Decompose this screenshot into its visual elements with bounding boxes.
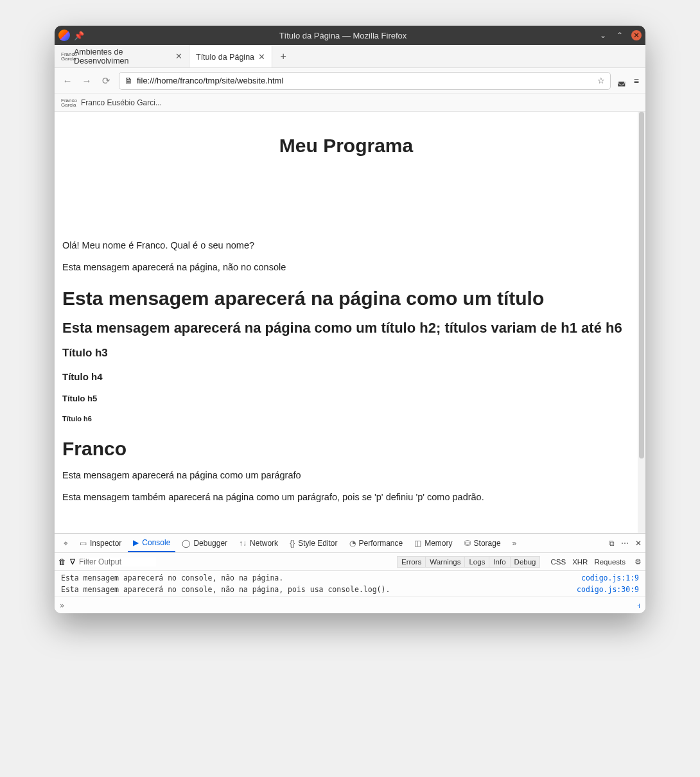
heading-h1: Esta mensagem aparecerá na página como u…	[62, 288, 630, 310]
chip-xhr[interactable]: XHR	[572, 558, 588, 566]
back-button[interactable]: ←	[61, 75, 74, 86]
devtools-tabs: ⌖ ▭Inspector ▶Console ◯Debugger ↑↓Networ…	[55, 534, 645, 553]
network-icon: ↑↓	[239, 539, 247, 548]
log-row: Esta mensagem aparecerá no console, não …	[61, 584, 639, 595]
memory-icon: ◫	[414, 539, 421, 548]
chip-requests[interactable]: Requests	[594, 558, 626, 566]
devtools-close-icon[interactable]: ✕	[635, 539, 642, 548]
console-input-row[interactable]: » ⫞	[55, 597, 645, 613]
firefox-icon	[58, 30, 70, 41]
tab-network[interactable]: ↑↓Network	[234, 534, 283, 552]
page-icon: 🗎	[125, 76, 133, 85]
inspector-icon: ▭	[80, 539, 87, 548]
close-button[interactable]: ✕	[631, 30, 642, 40]
close-icon[interactable]: ✕	[258, 52, 265, 62]
close-icon[interactable]: ✕	[175, 51, 182, 61]
page-title: Meu Programa	[62, 135, 630, 157]
tab-bar: FrancoGarcia Ambientes de Desenvolvimen …	[55, 45, 645, 68]
chevron-right-icon: »	[512, 539, 517, 548]
split-console-icon[interactable]: ⫞	[636, 601, 640, 610]
minimize-button[interactable]: ⌄	[598, 30, 608, 40]
chip-errors[interactable]: Errors	[397, 556, 426, 568]
log-message: Esta mensagem aparecerá no console, não …	[61, 585, 390, 594]
tab-inactive[interactable]: FrancoGarcia Ambientes de Desenvolvimen …	[55, 45, 189, 67]
tab-debugger[interactable]: ◯Debugger	[177, 534, 232, 552]
heading-h3: Título h3	[62, 347, 630, 360]
console-prompt: »	[60, 601, 64, 610]
toolbar: ← → ⟳ 🗎 file:///home/franco/tmp/site/web…	[55, 68, 645, 94]
chip-info[interactable]: Info	[489, 556, 510, 568]
chip-css[interactable]: CSS	[550, 558, 566, 566]
url-text: file:///home/franco/tmp/site/website.htm…	[137, 76, 283, 85]
log-source[interactable]: codigo.js:1:9	[581, 573, 639, 582]
page-body: Meu Programa Olá! Meu nome é Franco. Qua…	[55, 112, 638, 533]
tab-storage[interactable]: ⛁Storage	[459, 534, 506, 552]
responsive-icon[interactable]: ⧉	[609, 539, 615, 548]
maximize-button[interactable]: ⌃	[615, 30, 625, 40]
filter-icon: ∇	[70, 557, 75, 566]
console-filterbar: 🗑 ∇ Errors Warnings Logs Info Debug CSS …	[55, 553, 645, 571]
more-icon[interactable]: ⋯	[621, 539, 629, 548]
console-icon: ▶	[133, 538, 139, 547]
paragraph: Esta mensagem aparecerá na página como u…	[62, 470, 630, 480]
heading-h6: Título h6	[62, 415, 630, 423]
storage-icon: ⛁	[464, 539, 471, 548]
window-controls: ⌄ ⌃ ✕	[598, 30, 642, 40]
pin-icon[interactable]: 📌	[74, 31, 84, 40]
chip-logs[interactable]: Logs	[465, 556, 489, 568]
content-area: Meu Programa Olá! Meu nome é Franco. Qua…	[55, 112, 645, 533]
trash-icon[interactable]: 🗑	[58, 557, 66, 566]
tab-active[interactable]: Título da Página ✕	[189, 45, 272, 67]
heading-h1: Franco	[62, 438, 630, 460]
devtools-panel: ⌖ ▭Inspector ▶Console ◯Debugger ↑↓Networ…	[55, 533, 645, 613]
log-row: Esta mensagem aparecerá no console, não …	[61, 572, 639, 584]
window-title: Título da Página — Mozilla Firefox	[88, 31, 598, 40]
style-icon: {}	[290, 539, 295, 548]
picker-icon: ⌖	[64, 539, 68, 548]
heading-h2: Esta mensagem aparecerá na página como u…	[62, 320, 630, 336]
scrollbar-thumb[interactable]	[639, 112, 644, 458]
performance-icon: ◔	[349, 539, 356, 548]
scrollbar[interactable]	[638, 112, 645, 533]
debugger-icon: ◯	[182, 539, 190, 548]
bookmark-favicon-icon: FrancoGarcia	[61, 98, 77, 107]
paragraph: Esta mensagem também aparecerá na página…	[62, 492, 630, 502]
bookmarks-bar: FrancoGarcia Franco Eusébio Garci...	[55, 94, 645, 112]
log-message: Esta mensagem aparecerá no console, não …	[61, 573, 283, 582]
url-bar[interactable]: 🗎 file:///home/franco/tmp/site/website.h…	[119, 72, 611, 90]
tab-label: Título da Página	[196, 53, 254, 62]
forward-button[interactable]: →	[80, 75, 93, 86]
log-source[interactable]: codigo.js:30:9	[577, 585, 639, 594]
tabs-overflow[interactable]: »	[507, 534, 522, 552]
reload-button[interactable]: ⟳	[100, 75, 112, 87]
chip-debug[interactable]: Debug	[511, 556, 541, 568]
tab-performance[interactable]: ◔Performance	[344, 534, 408, 552]
pocket-icon[interactable]: ◛	[617, 76, 626, 86]
heading-h4: Título h4	[62, 371, 630, 382]
bookmark-star-icon[interactable]: ☆	[597, 76, 605, 85]
titlebar: 📌 Título da Página — Mozilla Firefox ⌄ ⌃…	[55, 26, 645, 45]
chip-warnings[interactable]: Warnings	[426, 556, 465, 568]
gear-icon[interactable]: ⚙	[634, 557, 642, 566]
level-chips: Errors Warnings Logs Info Debug	[397, 556, 540, 568]
bookmark-item[interactable]: Franco Eusébio Garci...	[81, 98, 162, 107]
tab-inspector[interactable]: ▭Inspector	[74, 534, 127, 552]
favicon-icon: FrancoGarcia	[61, 52, 70, 61]
tab-style-editor[interactable]: {}Style Editor	[284, 534, 342, 552]
tab-console[interactable]: ▶Console	[128, 534, 175, 552]
paragraph: Olá! Meu nome é Franco. Qual é o seu nom…	[62, 240, 630, 250]
new-tab-button[interactable]: +	[272, 45, 294, 67]
heading-h5: Título h5	[62, 394, 630, 403]
tab-memory[interactable]: ◫Memory	[409, 534, 457, 552]
pick-element-button[interactable]: ⌖	[58, 534, 73, 552]
paragraph: Esta mensagem aparecerá na página, não n…	[62, 262, 630, 272]
menu-icon[interactable]: ≡	[634, 76, 639, 86]
console-log: Esta mensagem aparecerá no console, não …	[55, 571, 645, 597]
firefox-window: 📌 Título da Página — Mozilla Firefox ⌄ ⌃…	[55, 26, 645, 613]
tab-label: Ambientes de Desenvolvimen	[74, 48, 171, 65]
filter-input[interactable]	[79, 557, 156, 566]
